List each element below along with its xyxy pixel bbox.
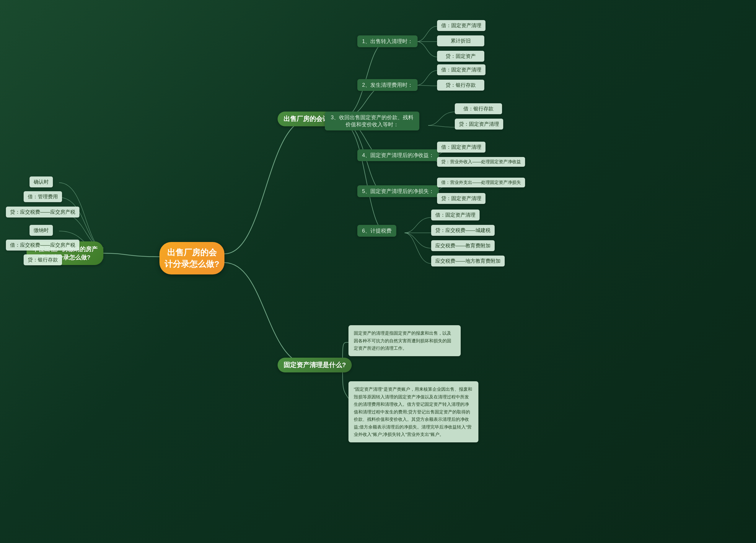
center-node: 出售厂房的会计分录怎么做? <box>159 242 224 274</box>
branch-4-label: 4、固定资产清理后的净收益： <box>362 152 434 159</box>
right-l1-def-label: 固定资产清理是什么? <box>283 361 346 369</box>
branch-5: 5、固定资产清理后的净损失： <box>357 185 439 197</box>
left-leaf-1: 确认时 <box>30 177 53 188</box>
branch-3-label: 3、收回出售固定资产的价款、残料价值和变价收入等时： <box>330 114 415 128</box>
leaf-6b: 贷：应交税费——城建税 <box>431 225 495 236</box>
left-leaf-2: 借：管理费用 <box>24 191 62 202</box>
left-leaf-4: 缴纳时 <box>30 225 53 236</box>
branch-1: 1、出售转入清理时： <box>357 35 418 47</box>
leaf-2b: 贷：银行存款 <box>437 80 484 91</box>
branch-2: 2、发生清理费用时： <box>357 79 418 91</box>
branch-6: 6、计提税费 <box>357 225 396 237</box>
leaf-1c: 贷：固定资产 <box>437 51 484 62</box>
right-l1-definition: 固定资产清理是什么? <box>278 358 352 372</box>
leaf-5b: 贷：固定资产清理 <box>437 193 485 204</box>
branch-5-label: 5、固定资产清理后的净损失： <box>362 188 434 195</box>
branch-3: 3、收回出售固定资产的价款、残料价值和变价收入等时： <box>325 112 419 131</box>
def1-text: 固定资产的清理是指固定资产的报废和出售，以及因各种不可抗力的自然灾害而遭到损坏和… <box>354 329 455 352</box>
branch-4: 4、固定资产清理后的净收益： <box>357 149 439 161</box>
center-label: 出售厂房的会计分录怎么做? <box>164 247 220 270</box>
branch-6-label: 6、计提税费 <box>362 227 392 234</box>
left-leaf-3: 贷：应交税费——应交房产税 <box>6 207 79 218</box>
left-leaf-5: 借：应交税费——应交房产税 <box>6 240 79 251</box>
leaf-5a: 借：营业外支出——处理固定资产净损失 <box>437 178 525 188</box>
leaf-2a: 借：固定资产清理 <box>437 64 485 75</box>
leaf-4a: 借：固定资产清理 <box>437 142 485 153</box>
leaf-6d: 应交税费——地方教育费附加 <box>431 256 505 267</box>
leaf-3b: 贷：固定资产清理 <box>455 119 503 130</box>
leaf-1b: 累计折旧 <box>437 35 484 46</box>
leaf-6c: 应交税费——教育费附加 <box>431 240 495 251</box>
leaf-3a: 借：银行存款 <box>455 103 502 114</box>
leaf-6a: 借：固定资产清理 <box>431 210 480 221</box>
branch-1-label: 1、出售转入清理时： <box>362 38 413 45</box>
left-leaf-6: 贷：银行存款 <box>24 255 62 265</box>
leaf-4b: 贷：营业外收入——处理固定资产净收益 <box>437 157 525 167</box>
definition-box-1: 固定资产的清理是指固定资产的报废和出售，以及因各种不可抗力的自然灾害而遭到损坏和… <box>348 325 461 356</box>
definition-box-2: "固定资产清理"是资产类账户，用来核算企业因出售、报废和毁损等原因转入清理的固定… <box>348 381 478 442</box>
branch-2-label: 2、发生清理费用时： <box>362 81 413 89</box>
leaf-1a: 借：固定资产清理 <box>437 20 485 31</box>
def2-text: "固定资产清理"是资产类账户，用来核算企业因出售、报废和毁损等原因转入清理的固定… <box>354 385 473 438</box>
